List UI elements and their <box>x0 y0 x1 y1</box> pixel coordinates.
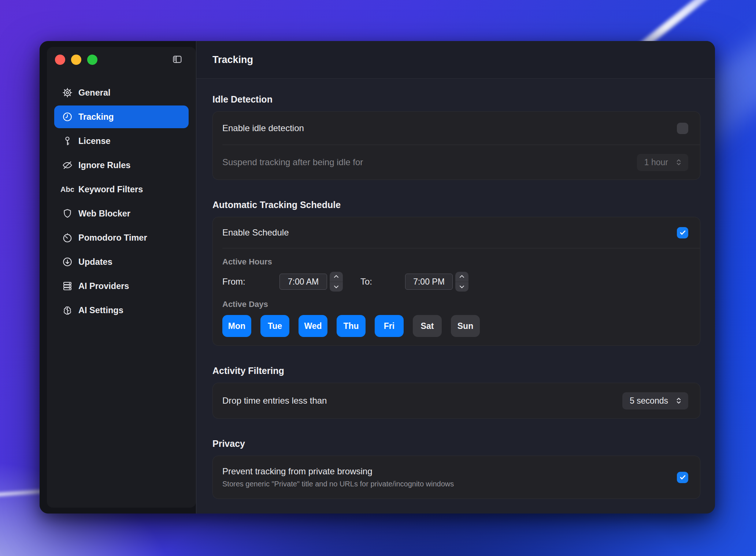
stepper-up-icon <box>455 272 468 282</box>
titlebar <box>47 47 196 73</box>
close-button[interactable] <box>55 55 65 65</box>
to-time-stepper[interactable] <box>455 272 468 292</box>
sidebar-toggle-icon <box>171 60 183 66</box>
privacy-card: Prevent tracking from private browsing S… <box>212 456 700 499</box>
drop-entries-label: Drop time entries less than <box>222 396 327 406</box>
activity-filtering-card: Drop time entries less than 5 seconds <box>212 383 700 419</box>
sidebar-item-web-blocker[interactable]: Web Blocker <box>54 202 189 225</box>
settings-window: General Tracking License Ignore Rules Ab… <box>40 41 715 514</box>
sidebar-item-label: Web Blocker <box>78 209 130 219</box>
content-pane: Tracking Idle Detection Enable idle dete… <box>196 41 715 514</box>
suspend-after-idle-row: Suspend tracking after being idle for 1 … <box>213 145 700 179</box>
sidebar-item-ai-providers[interactable]: AI Providers <box>54 275 189 297</box>
stepper-down-icon <box>330 282 343 292</box>
abc-icon: Abc <box>61 183 74 196</box>
schedule-details: Active Hours From: 7:00 AM To: 7:00 PM <box>213 248 700 345</box>
sidebar-item-label: AI Providers <box>78 281 129 291</box>
suspend-after-idle-label: Suspend tracking after being idle for <box>222 157 363 167</box>
chevron-up-down-icon <box>674 396 683 405</box>
active-hours-row: From: 7:00 AM To: 7:00 PM <box>222 272 688 292</box>
sidebar-item-pomodoro-timer[interactable]: Pomodoro Timer <box>54 226 189 249</box>
brain-icon <box>61 304 74 316</box>
enable-idle-detection-checkbox[interactable] <box>677 123 688 134</box>
section-title: Activity Filtering <box>212 366 700 376</box>
private-browsing-sublabel: Stores generic "Private" title and no UR… <box>222 480 454 488</box>
day-button-sat[interactable]: Sat <box>413 315 442 337</box>
from-time-stepper[interactable] <box>330 272 343 292</box>
drop-entries-value: 5 seconds <box>630 396 668 406</box>
active-days-row: Mon Tue Wed Thu Fri Sat Sun <box>222 315 688 337</box>
section-activity-filtering: Activity Filtering Drop time entries les… <box>212 366 700 419</box>
page-title: Tracking <box>212 54 253 66</box>
sidebar-item-updates[interactable]: Updates <box>54 251 189 273</box>
sidebar-item-ignore-rules[interactable]: Ignore Rules <box>54 154 189 177</box>
sidebar-item-label: Pomodoro Timer <box>78 233 147 243</box>
day-button-tue[interactable]: Tue <box>260 315 289 337</box>
idle-duration-select[interactable]: 1 hour <box>637 154 688 171</box>
sidebar-item-label: Ignore Rules <box>78 160 130 170</box>
sidebar-list: General Tracking License Ignore Rules Ab… <box>54 81 189 323</box>
enable-schedule-label: Enable Schedule <box>222 227 289 238</box>
day-button-mon[interactable]: Mon <box>222 315 251 337</box>
section-privacy: Privacy Prevent tracking from private br… <box>212 438 700 499</box>
sidebar-item-label: Updates <box>78 257 112 267</box>
sidebar-item-label: License <box>78 136 111 146</box>
key-icon <box>61 135 74 147</box>
idle-detection-card: Enable idle detection Suspend tracking a… <box>212 111 700 180</box>
sidebar-panel: General Tracking License Ignore Rules Ab… <box>47 47 196 508</box>
sidebar-item-label: General <box>78 88 111 98</box>
gear-icon <box>61 86 74 99</box>
sidebar-item-label: Keyword Filters <box>78 185 143 194</box>
section-title: Privacy <box>212 438 700 449</box>
sidebar-item-keyword-filters[interactable]: Abc Keyword Filters <box>54 178 189 201</box>
enable-schedule-checkbox[interactable] <box>677 227 688 238</box>
content-body: Idle Detection Enable idle detection Sus… <box>196 79 715 514</box>
private-browsing-text: Prevent tracking from private browsing S… <box>222 457 454 497</box>
sidebar-item-label: Tracking <box>78 112 114 122</box>
stepper-down-icon <box>455 282 468 292</box>
sidebar-item-tracking[interactable]: Tracking <box>54 105 189 128</box>
from-label: From: <box>222 277 248 287</box>
section-title: Idle Detection <box>212 94 700 105</box>
day-button-wed[interactable]: Wed <box>299 315 327 337</box>
day-button-thu[interactable]: Thu <box>337 315 366 337</box>
drop-entries-select[interactable]: 5 seconds <box>622 392 688 409</box>
sidebar-item-general[interactable]: General <box>54 81 189 104</box>
private-browsing-label: Prevent tracking from private browsing <box>222 466 454 477</box>
content-header: Tracking <box>196 41 715 79</box>
active-days-label: Active Days <box>222 300 688 309</box>
private-browsing-checkbox[interactable] <box>677 472 688 483</box>
sidebar-item-license[interactable]: License <box>54 130 189 152</box>
timer-icon <box>61 231 74 244</box>
private-browsing-row: Prevent tracking from private browsing S… <box>213 456 700 498</box>
schedule-card: Enable Schedule Active Hours From: 7:00 … <box>212 217 700 346</box>
sidebar-toggle-button[interactable] <box>171 54 184 65</box>
sidebar: General Tracking License Ignore Rules Ab… <box>40 41 196 514</box>
sidebar-item-label: AI Settings <box>78 305 123 315</box>
server-icon <box>61 280 74 292</box>
section-idle-detection: Idle Detection Enable idle detection Sus… <box>212 94 700 180</box>
from-time-field[interactable]: 7:00 AM <box>279 274 327 290</box>
stepper-up-icon <box>330 272 343 282</box>
drop-entries-row: Drop time entries less than 5 seconds <box>213 383 700 418</box>
clock-icon <box>61 111 74 123</box>
to-time-field[interactable]: 7:00 PM <box>405 274 453 290</box>
enable-schedule-row: Enable Schedule <box>213 217 700 248</box>
to-label: To: <box>360 277 376 287</box>
sidebar-item-ai-settings[interactable]: AI Settings <box>54 299 189 322</box>
day-button-sun[interactable]: Sun <box>451 315 480 337</box>
eye-slash-icon <box>61 159 74 171</box>
enable-idle-detection-row: Enable idle detection <box>213 112 700 145</box>
zoom-button[interactable] <box>87 55 97 65</box>
minimize-button[interactable] <box>71 55 81 65</box>
enable-idle-detection-label: Enable idle detection <box>222 123 304 133</box>
section-title: Automatic Tracking Schedule <box>212 200 700 210</box>
check-icon <box>679 229 687 237</box>
day-button-fri[interactable]: Fri <box>375 315 404 337</box>
check-icon <box>679 473 687 481</box>
shield-icon <box>61 207 74 220</box>
arrow-down-circle-icon <box>61 256 74 268</box>
idle-duration-value: 1 hour <box>644 157 668 167</box>
active-hours-label: Active Hours <box>222 257 688 267</box>
section-schedule: Automatic Tracking Schedule Enable Sched… <box>212 200 700 346</box>
